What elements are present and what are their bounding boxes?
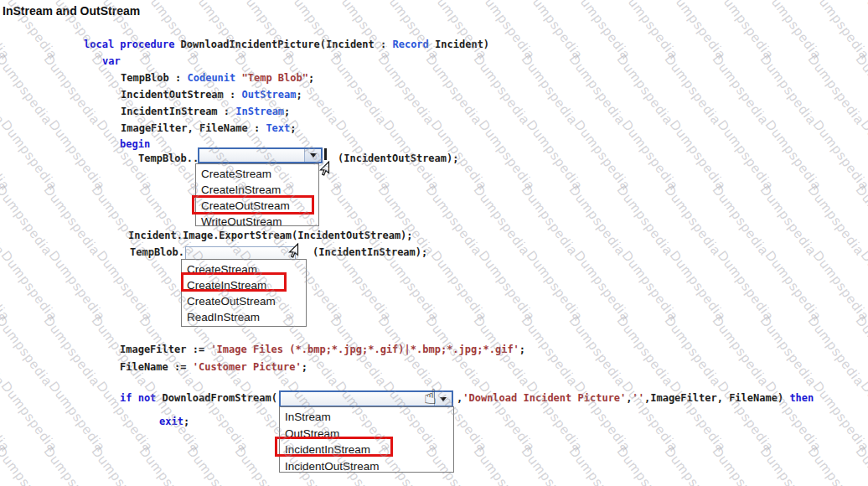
watermark-text: Dumpspedia [476,0,538,63]
watermark-text: Dumpspedia [237,0,299,63]
code-line-tempblob-1: TempBlob.. [138,153,199,165]
watermark-text: Dumpspedia [762,117,824,194]
watermark-text: Dumpspedia [0,313,8,390]
watermark-text: Dumpspedia [476,379,538,455]
watermark-text: Dumpspedia [524,0,586,63]
watermark-text: Dumpspedia [619,117,681,194]
watermark-text: Dumpspedia [380,248,442,324]
watermark-text: Dumpspedia [762,0,824,63]
watermark-text: Dumpspedia [715,0,777,63]
watermark-text: Dumpspedia [662,183,724,259]
watermark-text: Dumpspedia [0,313,55,390]
watermark-text: Dumpspedia [566,313,628,390]
watermark-text: Dumpspedia [333,248,395,324]
watermark-text: Dumpspedia [614,313,676,390]
dropdown-button[interactable] [304,149,321,162]
watermark-text: Dumpspedia [757,313,819,390]
watermark-text: Dumpspedia [0,379,60,455]
watermark-text: Dumpspedia [571,117,633,194]
watermark-text: Dumpspedia [46,248,108,324]
watermark-text: Dumpspedia [476,117,538,194]
watermark-text: Dumpspedia [0,248,60,324]
watermark-text: Dumpspedia [0,117,60,194]
code-line-begin: begin [120,138,150,151]
watermark-text: Dumpspedia [519,313,581,390]
code-line-outstream-decl: IncidentOutStream : OutStream; [121,89,302,101]
dropdown-item[interactable]: CreateStream [196,166,318,182]
text-caret [324,148,327,160]
watermark-text: Dumpspedia [94,379,156,455]
code-line-tempblob-1-arg: (IncidentOutStream); [338,153,459,165]
code-line-filename: FileName := 'Customer Picture'; [120,361,307,374]
watermark-text: Dumpspedia [285,0,347,63]
watermark-text: Dumpspedia [137,444,199,486]
dropdown-item[interactable]: ReadInStream [182,309,306,325]
watermark-text: Dumpspedia [333,0,395,63]
watermark-text: Dumpspedia [667,379,729,455]
code-line-if-args: ,'Download Incident Picture','',ImageFil… [457,392,814,405]
watermark-text: Dumpspedia [519,52,581,128]
chevron-down-icon [440,397,447,401]
code-line-imagefilter: ImageFilter := 'Image Files (*.bmp;*.jpg… [120,344,525,356]
code-line-tempblob-decl: TempBlob : Codeunit "Temp Blob"; [121,72,314,85]
watermark-text: Dumpspedia [524,248,586,324]
watermark-text: Dumpspedia [566,52,628,128]
answer-highlight-box-2 [181,272,287,292]
code-line-tempblob-2-arg: (IncidentInStream); [313,246,427,259]
watermark-text: Dumpspedia [858,379,868,455]
watermark-text: Dumpspedia [571,379,633,455]
watermark-text: Dumpspedia [189,379,251,455]
watermark-text: Dumpspedia [710,444,772,486]
tempblob-method-dropdown-1[interactable] [198,147,323,163]
watermark-text: Dumpspedia [810,117,868,194]
watermark-text: Dumpspedia [428,0,490,63]
watermark-text: Dumpspedia [858,248,868,324]
watermark-text: Dumpspedia [41,444,103,486]
dropdown-item[interactable]: CreateOutStream [182,293,306,309]
watermark-text: Dumpspedia [184,444,246,486]
dropdown-item[interactable]: WriteOutStream [196,214,318,226]
code-line-if: if not DownloadFromStream( [120,392,277,405]
watermark-text: Dumpspedia [757,183,819,259]
watermark-text: Dumpspedia [375,52,437,128]
watermark-text: Dumpspedia [89,444,151,486]
watermark-text: Dumpspedia [571,248,633,324]
watermark-text: Dumpspedia [715,117,777,194]
code-line-exportstream: Incident.Image.ExportStream(IncidentOutS… [128,230,413,242]
watermark-text: Dumpspedia [805,52,867,128]
watermark-text: Dumpspedia [762,248,824,324]
dropdown-list-2: CreateStreamCreateInStreamCreateOutStrea… [181,259,307,327]
watermark-text: Dumpspedia [0,379,13,455]
watermark-text: Dumpspedia [142,0,204,63]
answer-highlight-box-1 [192,195,314,215]
watermark-text: Dumpspedia [41,183,103,259]
watermark-text: Dumpspedia [853,313,868,390]
watermark-text: Dumpspedia [710,52,772,128]
watermark-text: Dumpspedia [0,117,13,194]
dropdown-item[interactable]: InStream [280,409,453,426]
watermark-text: Dumpspedia [571,0,633,63]
watermark-text: Dumpspedia [757,444,819,486]
watermark-text: Dumpspedia [0,248,13,324]
watermark-text: Dumpspedia [46,117,108,194]
watermark-text: Dumpspedia [614,444,676,486]
code-line-procedure: local procedure DownloadIncidentPicture(… [84,39,489,51]
dropdown-item[interactable]: IncidentOutStream [280,458,453,473]
watermark-text: Dumpspedia [614,52,676,128]
watermark-text: Dumpspedia [810,0,868,63]
watermark-text: Dumpspedia [471,52,533,128]
code-line-exit: exit; [159,416,189,428]
watermark-text: Dumpspedia [0,444,8,486]
code-line-text-decl: ImageFilter, FileName : Text; [121,122,297,135]
watermark-text: Dumpspedia [619,248,681,324]
answer-highlight-box-3 [275,437,393,457]
watermark-text: Dumpspedia [710,183,772,259]
watermark-text: Dumpspedia [619,379,681,455]
exam-code-screenshot: InStream and OutStream local procedure D… [0,0,868,486]
watermark-text: Dumpspedia [805,183,867,259]
watermark-text: Dumpspedia [41,313,103,390]
watermark-text: Dumpspedia [380,0,442,63]
watermark-text: Dumpspedia [762,379,824,455]
watermark-text: Dumpspedia [471,444,533,486]
watermark-text: Dumpspedia [0,52,55,128]
